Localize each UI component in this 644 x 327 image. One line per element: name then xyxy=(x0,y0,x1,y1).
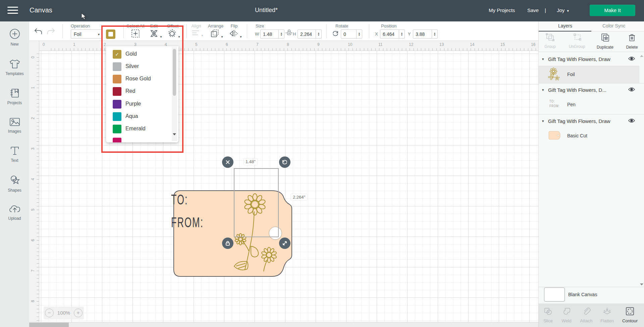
width-stepper[interactable]: ▲▼ xyxy=(278,30,284,38)
hamburger-menu-icon[interactable] xyxy=(7,7,18,15)
save-link[interactable]: Save xyxy=(527,7,539,13)
color-option-silver[interactable]: Silver xyxy=(106,61,172,73)
scroll-down-icon[interactable] xyxy=(173,133,176,135)
h-ruler-number: 12 xyxy=(409,42,413,47)
tag-from-text: FROM: xyxy=(171,215,204,231)
offset-button[interactable]: ▾ xyxy=(167,29,180,40)
sidebar-item-shapes[interactable]: Shapes xyxy=(0,175,29,193)
align-label: Align xyxy=(192,23,201,28)
blank-canvas-swatch[interactable] xyxy=(544,287,565,302)
scrollbar-thumb[interactable] xyxy=(29,323,69,327)
pen-layer-thumbnail: TO: FROM: xyxy=(549,99,560,109)
layer-row-basic-cut[interactable]: Basic Cut xyxy=(539,127,639,144)
chevron-down-icon: ▾ xyxy=(201,34,203,37)
panel-scroll-down-icon[interactable] xyxy=(640,283,643,285)
tab-color-sync[interactable]: Color Sync xyxy=(602,23,625,28)
my-projects-link[interactable]: My Projects xyxy=(489,7,515,13)
layer-group-header[interactable]: ▾ Gift Tag With Flowers, Draw xyxy=(539,54,639,65)
layer-group-header[interactable]: ▾ Gift Tag With Flowers, D... xyxy=(539,85,639,96)
user-menu[interactable]: Joy ▾ xyxy=(557,7,569,13)
visibility-eye-icon[interactable] xyxy=(628,118,635,125)
resize-selection-handle[interactable] xyxy=(279,238,290,249)
h-ruler-number: 15 xyxy=(500,42,505,47)
flip-button[interactable]: ▾ xyxy=(229,29,241,40)
color-option-rose-gold[interactable]: Rose Gold xyxy=(106,73,172,85)
tab-layers[interactable]: Layers xyxy=(558,23,572,28)
zoom-in-button[interactable]: + xyxy=(74,309,83,317)
position-y-value: 3.88 xyxy=(413,30,432,38)
color-option-purple[interactable]: Purple xyxy=(106,98,172,111)
chevron-down-icon: ▾ xyxy=(542,119,544,123)
position-y-field[interactable]: 3.88 ▲▼ xyxy=(413,29,438,39)
color-option-emerald[interactable]: Emerald xyxy=(106,123,172,135)
layer-row-pen[interactable]: TO: FROM: Pen xyxy=(539,96,639,113)
zoom-out-button[interactable]: − xyxy=(45,309,54,317)
rotate-field[interactable]: 0 ▲▼ xyxy=(341,29,362,39)
color-swatch-inner xyxy=(108,32,113,37)
arrange-button[interactable]: ▾ xyxy=(210,29,223,40)
delete-selection-handle[interactable] xyxy=(222,156,233,168)
notebook-icon xyxy=(9,88,20,98)
edit-toolbar: Operation Foil ▾ Select All Edit ▾ Offse… xyxy=(29,21,538,41)
height-field[interactable]: 2.264 ▲▼ xyxy=(298,29,322,39)
layer-color-button[interactable] xyxy=(106,29,115,39)
resize-icon xyxy=(282,241,287,246)
rotate-selection-handle[interactable] xyxy=(279,156,290,168)
basic-cut-layer-thumbnail xyxy=(548,130,561,140)
select-all-button[interactable] xyxy=(131,29,140,40)
rotate-icon[interactable] xyxy=(332,30,339,39)
panel-scroll-up-icon[interactable] xyxy=(640,55,643,57)
visibility-eye-icon[interactable] xyxy=(628,87,635,93)
dropdown-scrollbar-thumb[interactable] xyxy=(173,49,176,96)
make-it-button[interactable]: Make It xyxy=(590,5,635,16)
size-lock-button[interactable] xyxy=(285,28,293,38)
layer-row-foil[interactable]: Foil xyxy=(539,66,639,83)
attach-button[interactable]: Attach xyxy=(577,307,596,323)
red-swatch xyxy=(113,87,121,96)
edit-button[interactable]: ▾ xyxy=(149,29,162,40)
duplicate-button[interactable]: Duplicate xyxy=(595,33,615,50)
group-button[interactable]: Group xyxy=(540,33,560,49)
sidebar-item-images[interactable]: Images xyxy=(0,117,29,134)
lock-selection-handle[interactable] xyxy=(222,238,233,249)
duplicate-icon xyxy=(600,33,610,42)
width-field[interactable]: 1.48 ▲▼ xyxy=(260,29,284,39)
sidebar-item-upload[interactable]: Upload xyxy=(0,204,29,221)
dropdown-scrollbar[interactable] xyxy=(172,47,177,141)
horizontal-scrollbar[interactable] xyxy=(29,322,538,327)
ungroup-button[interactable]: UnGroup xyxy=(567,33,587,49)
undo-button[interactable] xyxy=(34,27,43,37)
color-option-red[interactable]: Red xyxy=(106,85,172,98)
align-button[interactable]: ▾ xyxy=(191,29,203,38)
silver-swatch xyxy=(113,62,121,71)
design-canvas[interactable]: 012345678910111213141516 012345678 xyxy=(29,41,538,327)
color-option-aqua[interactable]: Aqua xyxy=(106,111,172,123)
sidebar-item-text[interactable]: Text xyxy=(0,146,29,163)
visibility-eye-icon[interactable] xyxy=(628,56,635,63)
slice-button[interactable]: Slice xyxy=(539,307,557,323)
delete-button[interactable]: Delete xyxy=(622,33,642,50)
width-value: 1.48 xyxy=(261,30,278,38)
color-option-gold[interactable]: ✓ Gold xyxy=(106,48,172,61)
rose-gold-swatch xyxy=(113,75,121,83)
position-x-field[interactable]: 6.464 ▲▼ xyxy=(380,29,405,39)
operation-label: Operation xyxy=(71,23,90,28)
selection-bounding-box[interactable] xyxy=(234,168,279,237)
height-stepper[interactable]: ▲▼ xyxy=(316,30,321,38)
contour-button[interactable]: Contour xyxy=(621,307,639,323)
operation-select[interactable]: Foil ▾ xyxy=(71,29,102,39)
trash-icon xyxy=(628,33,636,42)
vertical-ruler: 012345678 xyxy=(29,41,39,327)
layer-group-header[interactable]: ▾ Gift Tag With Flowers, Draw xyxy=(539,116,639,127)
sidebar-item-templates[interactable]: Templates xyxy=(0,59,29,76)
sidebar-item-new[interactable]: New xyxy=(0,28,29,47)
redo-button[interactable] xyxy=(46,27,56,37)
sidebar-item-projects[interactable]: Projects xyxy=(0,88,29,105)
rotate-stepper[interactable]: ▲▼ xyxy=(356,30,362,38)
weld-button[interactable]: Weld xyxy=(557,307,576,323)
color-option-partial[interactable] xyxy=(106,136,172,142)
h-ruler-number: 8 xyxy=(287,42,289,47)
position-y-stepper[interactable]: ▲▼ xyxy=(432,30,437,38)
flatten-button[interactable]: Flatten xyxy=(598,307,616,323)
position-x-stepper[interactable]: ▲▼ xyxy=(399,30,405,38)
